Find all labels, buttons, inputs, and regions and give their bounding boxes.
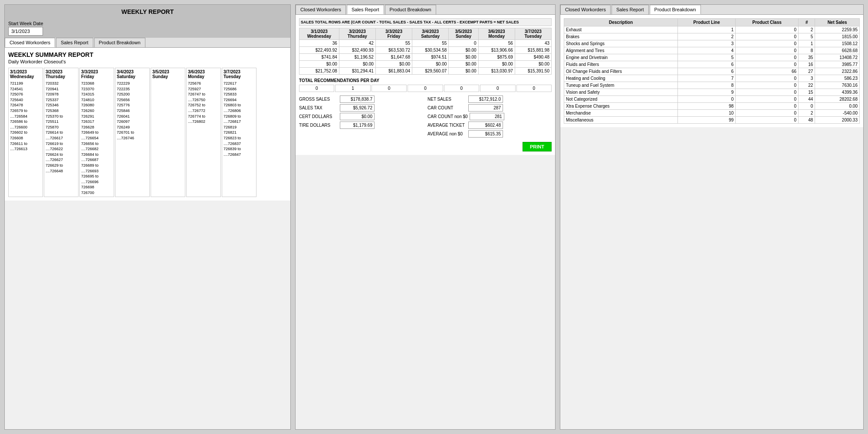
prod-net-brakes: 1815.00 [815,33,860,40]
prod-net-engine: 13408.72 [815,54,860,61]
sales-tax-summary-row: SALES TAX $5,926.72 [299,104,423,112]
prod-desc-exhaust: Exhaust [564,26,678,33]
prod-line-xtra: 98 [678,103,736,110]
tab-closed-workorders-p2[interactable]: Closed Workorders [296,5,346,14]
col-fri-header: 3/3/2023Friday [375,28,412,40]
net-sales-row: $21,752.08 $31,294.41 $61,883.04 $29,560… [299,68,552,75]
prod-desc-merch: Merchandise [564,110,678,117]
prod-desc-shocks: Shocks and Springs [564,40,678,47]
day-header-sat-date: 3/4/2023 [117,69,148,74]
prod-line-brakes: 2 [678,33,736,40]
prod-net-exhaust: 2259.95 [815,26,860,33]
day-col-thu: 3/2/2023 Thursday 7203327209417209787253… [44,68,79,197]
recs-label: TOTAL RECOMMENDATIONS PER DAY [299,78,552,83]
tab-sales-report-p2[interactable]: Sales Report [347,5,384,14]
tab-sales-report-p3[interactable]: Sales Report [612,5,649,14]
prod-num-alignment: 8 [799,47,815,54]
weekly-report-title: WEEKLY REPORT [5,5,290,19]
recs-mon: 0 [480,85,515,92]
prod-line-merch: 10 [678,110,736,117]
day-col-mon: 3/6/2023 Monday 725676725927726747 to...… [186,68,221,197]
prod-desc-fluids: Fluids and Filters [564,61,678,68]
total-sales-sat: $30,534.58 [412,47,449,54]
tab-sales-report-p1[interactable]: Sales Report [56,38,93,47]
workorder-list-wed: 721199724541725076725640726478726579 to.… [10,81,41,152]
prod-num-merch: 2 [799,110,815,117]
tab-closed-workorders-p1[interactable]: Closed Workorders [5,38,55,47]
prod-desc-engine: Engine and Drivetrain [564,54,678,61]
prod-class-shocks: 0 [736,40,799,47]
avg-ticket-value: $602.48 [468,122,503,129]
tire-dollars-row: TIRE DOLLARS $1,179.69 [299,122,423,129]
tab-product-breakdown-p1[interactable]: Product Breakdown [94,38,145,47]
car-count-tue: 43 [515,40,551,47]
panel2-tab-bar: Closed Workorders Sales Report Product B… [296,5,555,15]
prod-class-brakes: 0 [736,33,799,40]
prod-line-fluids: 6 [678,61,736,68]
prod-desc-oil-change: Oil Change Fluids and Filters [564,68,678,75]
panel1-tab-bar: Closed Workorders Sales Report Product B… [5,38,290,48]
recs-thu: 1 [335,85,370,92]
net-sales-tue: $15,391.50 [515,68,551,75]
summary-left: GROSS SALES $178,838.7 SALES TAX $5,926.… [299,95,423,151]
prod-net-alignment: 6628.68 [815,47,860,54]
panel2-content: SALES TOTAL ROWS ARE (CAR COUNT - TOTAL … [296,15,555,155]
tab-product-breakdown-p3[interactable]: Product Breakdown [650,5,701,14]
certs-sun: $0.00 [449,61,478,68]
weekly-summary-title: WEEKLY SUMMARY REPORT [8,51,287,58]
car-count-non-value: 281 [470,113,504,120]
day-col-sat: 3/4/2023 Saturday 7222297222357252007256… [115,68,150,197]
col-wed-header: 3/1/2023Wednesday [299,28,339,40]
prod-line-vision: 9 [678,89,736,96]
gross-sales-row: GROSS SALES $178,838.7 [299,95,423,103]
tab-product-breakdown-p2[interactable]: Product Breakdown [385,5,436,14]
sales-tax-summary-value: $5,926.72 [340,104,375,112]
prod-row-merch: Merchandise 10 0 2 -540.00 [564,110,860,117]
sales-table: 3/1/2023Wednesday 3/2/2023Thursday 3/3/2… [299,28,552,75]
prod-net-not-cat: 28202.68 [815,96,860,103]
day-header-sat-day: Saturday [117,74,148,79]
prod-desc-tuneup: Tuneup and Fuel System [564,82,678,89]
day-header-wed-date: 3/1/2023 [10,69,41,74]
prod-row-brakes: Brakes 2 0 5 1815.00 [564,33,860,40]
prod-line-misc: 99 [678,117,736,124]
day-header-thu-day: Thursday [46,74,77,79]
prod-num-vision: 15 [799,89,815,96]
sales-tax-fri: $1,647.68 [375,54,412,61]
day-header-mon-day: Monday [188,74,219,79]
prod-line-tuneup: 8 [678,82,736,89]
prod-line-oil-change: 6 [678,68,736,75]
workorder-list-tue: 722617725686725833726694726803 to....726… [224,81,255,157]
start-week-value[interactable]: 3/1/2023 [8,27,43,36]
tab-closed-workorders-p3[interactable]: Closed Workorders [560,5,611,14]
prod-row-misc: Miscellaneous 99 0 48 2000.33 [564,117,860,124]
prod-num-brakes: 5 [799,33,815,40]
prod-net-heating: 586.23 [815,75,860,82]
recs-wed: 0 [299,85,334,92]
net-sales-summary-value: $172,912.0 [468,95,503,103]
product-breakdown-panel: Closed Workorders Sales Report Product B… [560,4,864,430]
prod-class-oil-change: 66 [736,68,799,75]
net-sales-mon: $13,030.97 [478,68,515,75]
prod-net-fluids: 3985.77 [815,61,860,68]
cert-dollars-row: CERT DOLLARS $0.00 [299,113,423,120]
avg-non-value: $615.35 [468,130,503,138]
car-count-label: CAR COUNT [427,105,467,110]
prod-desc-misc: Miscellaneous [564,117,678,124]
prod-row-shocks: Shocks and Springs 3 0 1 1508.12 [564,40,860,47]
day-header-sun-date: 3/5/2023 [152,69,184,74]
prod-class-engine: 0 [736,54,799,61]
prod-net-misc: 2000.33 [815,117,860,124]
sales-tax-sat: $974.51 [412,54,449,61]
print-button[interactable]: PRINT [523,142,552,151]
sales-report-panel: Closed Workorders Sales Report Product B… [295,4,556,430]
workorder-list-mon: 725676725927726747 to....726750726752 to… [188,81,219,125]
certs-sat: $0.00 [412,61,449,68]
sales-tax-tue: $490.48 [515,54,551,61]
car-count-row: CAR COUNT 287 [427,104,552,112]
prod-line-exhaust: 1 [678,26,736,33]
avg-non-row: AVERAGE non $0 $615.35 [427,130,552,138]
car-counts-row: 36 42 55 55 0 56 43 [299,40,552,47]
car-count-thu: 42 [339,40,375,47]
day-col-sun: 3/5/2023 Sunday [151,68,185,197]
